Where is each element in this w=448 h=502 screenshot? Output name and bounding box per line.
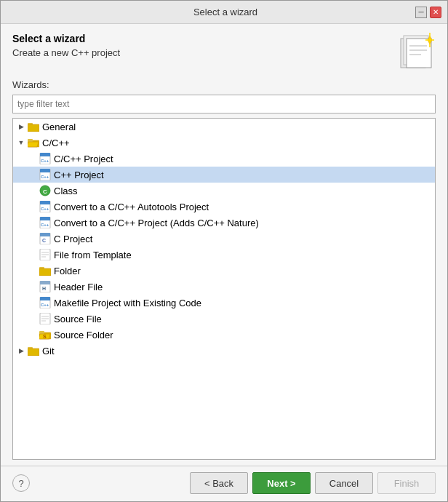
minimize-button[interactable]: ─	[415, 7, 427, 18]
expander-icon[interactable]: ▶	[16, 121, 26, 132]
svg-rect-19	[40, 155, 50, 156]
window-controls: ─ ✕	[415, 7, 441, 18]
expander-icon[interactable]	[28, 218, 38, 228]
svg-text:H: H	[42, 286, 46, 291]
title-bar: Select a wizard ─ ✕	[1, 1, 447, 24]
item-icon-class: C	[39, 185, 51, 196]
item-label: Class	[54, 186, 78, 196]
svg-rect-23	[40, 171, 50, 172]
wizard-tree[interactable]: ▶General▼C/C++C++C/C++ ProjectC++C++ Pro…	[12, 118, 436, 460]
expander-icon[interactable]	[28, 234, 38, 244]
expander-icon[interactable]	[28, 330, 38, 340]
svg-text:C++: C++	[41, 207, 49, 211]
item-icon-folder_source: S	[39, 329, 51, 340]
tree-item-header_file[interactable]: HHeader File	[13, 279, 435, 295]
expander-icon[interactable]	[28, 202, 38, 212]
back-button[interactable]: < Back	[190, 472, 248, 494]
tree-item-general[interactable]: ▶General	[13, 119, 435, 135]
item-label: Header File	[54, 282, 103, 292]
tree-item-cpp_nature[interactable]: C++Convert to a C/C++ Project (Adds C/C+…	[13, 215, 435, 231]
expander-icon[interactable]	[28, 298, 38, 308]
expander-icon[interactable]	[28, 170, 38, 180]
filter-input[interactable]	[12, 95, 436, 113]
item-label: C/C++ Project	[54, 154, 113, 164]
svg-text:C++: C++	[41, 223, 49, 227]
svg-marker-16	[28, 142, 39, 147]
svg-text:C: C	[43, 188, 47, 195]
page-title: Select a wizard	[12, 33, 120, 44]
cancel-button[interactable]: Cancel	[315, 472, 373, 494]
item-icon-folder_open	[28, 137, 39, 148]
svg-rect-33	[40, 219, 50, 220]
tree-item-source_file[interactable]: Source File	[13, 311, 435, 327]
svg-text:C: C	[42, 238, 46, 243]
tree-item-makefile[interactable]: C++Makefile Project with Existing Code	[13, 295, 435, 311]
tree-item-cxx_project[interactable]: C++C++ Project	[13, 167, 435, 183]
item-label: General	[42, 121, 76, 132]
svg-rect-2	[407, 39, 431, 68]
svg-rect-13	[28, 124, 39, 132]
tree-item-file_template[interactable]: File from Template	[13, 247, 435, 263]
item-label: Makefile Project with Existing Code	[54, 298, 201, 308]
tree-item-cpp_project[interactable]: C++C/C++ Project	[13, 151, 435, 167]
tree-item-class[interactable]: CClass	[13, 183, 435, 199]
item-icon-file_h: H	[39, 281, 51, 292]
wizard-icon	[398, 33, 436, 71]
item-label: Source File	[54, 314, 102, 324]
item-icon-file_cpp: C++	[39, 217, 51, 228]
tree-item-folder[interactable]: Folder	[13, 263, 435, 279]
close-button[interactable]: ✕	[430, 7, 441, 18]
svg-rect-37	[40, 235, 50, 236]
svg-text:C++: C++	[41, 303, 49, 307]
expander-icon[interactable]	[28, 250, 38, 260]
item-icon-file_generic	[39, 249, 51, 260]
expander-icon[interactable]	[28, 186, 38, 196]
item-icon-file_generic	[39, 313, 51, 324]
item-icon-folder_closed	[28, 345, 39, 356]
item-label: C Project	[54, 234, 92, 244]
header-text: Select a wizard Create a new C++ project	[12, 33, 120, 58]
expander-icon[interactable]	[28, 314, 38, 324]
button-bar: ? < Back Next > Cancel Finish	[1, 466, 447, 501]
item-icon-file_cpp: C++	[39, 201, 51, 212]
svg-text:C++: C++	[41, 159, 49, 163]
svg-rect-29	[40, 203, 50, 204]
expander-icon[interactable]: ▼	[16, 138, 26, 148]
item-icon-file_cpp: C++	[39, 297, 51, 308]
help-button[interactable]: ?	[12, 474, 30, 492]
tree-item-cpp_group[interactable]: ▼C/C++	[13, 135, 435, 151]
expander-icon[interactable]	[28, 282, 38, 292]
item-icon-folder_closed	[39, 265, 51, 276]
page-subtitle: Create a new C++ project	[12, 47, 120, 58]
wizards-label: Wizards:	[12, 79, 436, 90]
expander-icon[interactable]	[28, 266, 38, 276]
svg-rect-48	[40, 283, 50, 284]
tree-item-git[interactable]: ▶Git	[13, 343, 435, 359]
tree-item-autotools[interactable]: C++Convert to a C/C++ Autotools Project	[13, 199, 435, 215]
wizard-dialog: Select a wizard ─ ✕ Select a wizard Crea…	[0, 0, 448, 502]
svg-rect-15	[28, 139, 33, 142]
finish-button[interactable]: Finish	[377, 472, 436, 494]
window-title: Select a wizard	[36, 7, 415, 17]
item-icon-file_c: C	[39, 233, 51, 244]
item-label: Folder	[54, 266, 81, 276]
item-label: Convert to a C/C++ Project (Adds C/C++ N…	[54, 218, 259, 228]
item-label: C++ Project	[54, 170, 104, 180]
item-label: File from Template	[54, 250, 132, 260]
item-icon-file_cpp: C++	[39, 153, 51, 164]
tree-item-source_folder[interactable]: SSource Folder	[13, 327, 435, 343]
expander-icon[interactable]	[28, 154, 38, 164]
svg-rect-52	[40, 299, 50, 300]
expander-icon[interactable]: ▶	[16, 346, 26, 356]
svg-rect-64	[28, 348, 39, 356]
svg-text:C++: C++	[41, 175, 49, 179]
main-content: Select a wizard Create a new C++ project	[1, 24, 447, 466]
item-label: Git	[42, 346, 55, 356]
tree-item-c_project[interactable]: CC Project	[13, 231, 435, 247]
item-label: C/C++	[42, 138, 70, 148]
next-button[interactable]: Next >	[252, 472, 311, 494]
item-icon-folder_closed	[28, 121, 39, 132]
svg-text:S: S	[43, 334, 47, 339]
item-label: Convert to a C/C++ Autotools Project	[54, 202, 209, 212]
item-icon-file_cpp: C++	[39, 169, 51, 180]
